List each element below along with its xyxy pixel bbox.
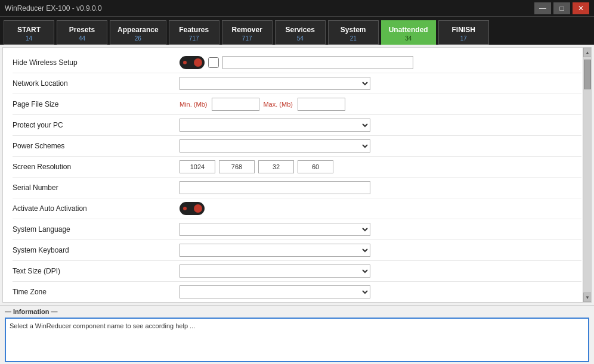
dropdown-time-zone[interactable] <box>180 285 370 298</box>
row-network-location: Network Location <box>13 73 581 94</box>
row-system-keyboard: System Keyboard <box>13 240 581 261</box>
dropdown-power-schemes[interactable] <box>180 139 370 153</box>
label-page-file-size: Page File Size <box>13 100 180 108</box>
control-serial-number <box>180 181 581 194</box>
control-power-schemes <box>180 139 581 153</box>
dropdown-network-location[interactable] <box>180 77 370 90</box>
input-serial-number[interactable] <box>180 181 370 194</box>
tab-features[interactable]: Features 717 <box>169 20 219 45</box>
control-screen-resolution <box>180 160 581 173</box>
label-screen-resolution: Screen Resolution <box>13 163 180 171</box>
min-label: Min. (Mb) <box>180 101 207 108</box>
label-protect-your-pc: Protect your PC <box>13 121 180 129</box>
row-time-zone: Time Zone <box>13 282 581 302</box>
content-scroll: Hide Wireless Setup Network Location <box>2 47 592 303</box>
input-resolution-refresh[interactable] <box>298 160 333 173</box>
tab-appearance[interactable]: Appearance 26 <box>110 20 166 45</box>
checkbox-hide-wireless-setup[interactable] <box>208 57 219 68</box>
input-page-file-min[interactable] <box>212 98 259 111</box>
label-hide-wireless-setup: Hide Wireless Setup <box>13 58 180 67</box>
control-network-location <box>180 77 581 90</box>
tab-unattended[interactable]: Unattended 34 <box>381 20 436 45</box>
tab-services[interactable]: Services 54 <box>275 20 326 45</box>
row-system-language: System Language <box>13 219 581 240</box>
dropdown-protect-your-pc[interactable] <box>180 119 370 132</box>
label-system-language: System Language <box>13 225 180 234</box>
row-page-file-size: Page File Size Min. (Mb) Max. (Mb) <box>13 94 581 115</box>
label-network-location: Network Location <box>13 79 180 88</box>
tab-start[interactable]: START 14 <box>4 20 54 45</box>
control-system-language <box>180 223 581 236</box>
label-time-zone: Time Zone <box>13 288 180 296</box>
control-text-size-dpi <box>180 265 581 278</box>
input-hide-wireless-setup[interactable] <box>222 56 413 69</box>
row-activate-auto-activation: Activate Auto Activation <box>13 198 581 219</box>
toggle-hide-wireless-setup[interactable] <box>180 56 205 69</box>
info-panel-title: — Information — <box>5 308 589 315</box>
tab-finish[interactable]: FINISH 17 <box>438 20 489 45</box>
window-controls: — □ ✕ <box>534 2 589 14</box>
dropdown-text-size-dpi[interactable] <box>180 265 370 278</box>
label-serial-number: Serial Number <box>13 183 180 192</box>
tab-remover[interactable]: Remover 717 <box>222 20 273 45</box>
control-time-zone <box>180 285 581 298</box>
content-inner: Hide Wireless Setup Network Location <box>3 48 591 302</box>
minimize-button[interactable]: — <box>534 2 551 14</box>
input-resolution-height[interactable] <box>219 160 255 173</box>
row-serial-number: Serial Number <box>13 178 581 198</box>
control-system-keyboard <box>180 244 581 257</box>
label-text-size-dpi: Text Size (DPI) <box>13 267 180 275</box>
row-text-size-dpi: Text Size (DPI) <box>13 261 581 282</box>
control-page-file-size: Min. (Mb) Max. (Mb) <box>180 98 581 111</box>
dropdown-system-language[interactable] <box>180 223 370 236</box>
row-power-schemes: Power Schemes <box>13 136 581 157</box>
scroll-thumb[interactable] <box>584 60 591 89</box>
title-bar: WinReducer EX-100 - v0.9.0.0 — □ ✕ <box>0 0 594 17</box>
input-page-file-max[interactable] <box>298 98 345 111</box>
input-resolution-width[interactable] <box>180 160 215 173</box>
scroll-down-button[interactable]: ▼ <box>583 293 592 302</box>
info-panel: — Information — Select a WinReducer comp… <box>0 305 594 364</box>
info-panel-content: Select a WinReducer component name to se… <box>5 318 589 362</box>
nav-bar: START 14 Presets 44 Appearance 26 Featur… <box>0 17 594 45</box>
label-activate-auto-activation: Activate Auto Activation <box>13 204 180 213</box>
scroll-up-button[interactable]: ▲ <box>583 48 592 57</box>
scrollbar-track[interactable]: ▲ ▼ <box>583 48 591 302</box>
tab-presets[interactable]: Presets 44 <box>57 20 107 45</box>
max-label: Max. (Mb) <box>263 101 293 108</box>
input-resolution-depth[interactable] <box>258 160 294 173</box>
toggle-activate-auto-activation[interactable] <box>180 202 205 215</box>
control-protect-your-pc <box>180 119 581 132</box>
dropdown-system-keyboard[interactable] <box>180 244 370 257</box>
close-button[interactable]: ✕ <box>573 2 589 14</box>
tab-system[interactable]: System 21 <box>328 20 379 45</box>
control-hide-wireless-setup <box>180 56 581 69</box>
row-protect-your-pc: Protect your PC <box>13 115 581 136</box>
label-system-keyboard: System Keyboard <box>13 246 180 254</box>
main-area: Hide Wireless Setup Network Location <box>0 45 594 364</box>
row-hide-wireless-setup: Hide Wireless Setup <box>13 52 581 73</box>
control-activate-auto-activation <box>180 202 581 215</box>
label-power-schemes: Power Schemes <box>13 142 180 150</box>
maximize-button[interactable]: □ <box>553 2 570 14</box>
row-screen-resolution: Screen Resolution <box>13 157 581 178</box>
app-title: WinReducer EX-100 - v0.9.0.0 <box>5 4 102 13</box>
